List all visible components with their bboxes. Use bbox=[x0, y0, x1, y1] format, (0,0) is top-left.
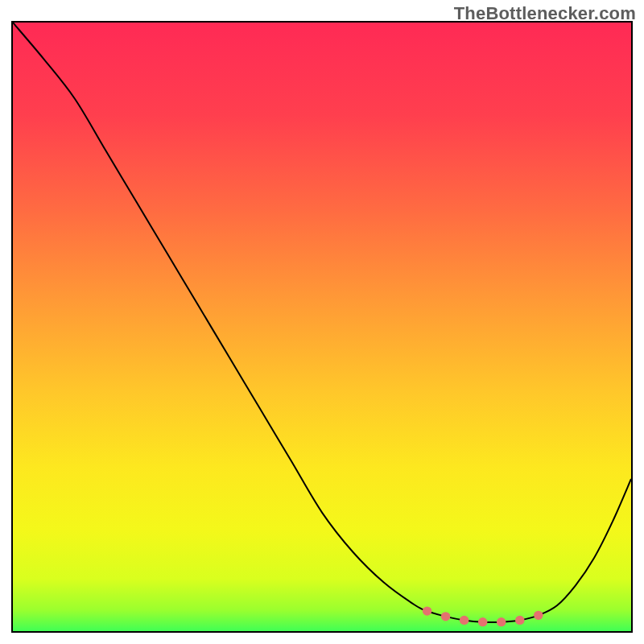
optimal-marker bbox=[478, 617, 488, 626]
optimal-marker bbox=[534, 611, 543, 620]
bottleneck-chart: TheBottlenecker.com bbox=[0, 0, 644, 644]
optimal-marker bbox=[497, 617, 506, 626]
optimal-marker bbox=[515, 616, 525, 625]
optimal-marker bbox=[441, 612, 451, 621]
plot-area bbox=[11, 21, 633, 633]
optimal-marker bbox=[460, 616, 469, 625]
curve-layer bbox=[13, 23, 631, 631]
optimal-marker bbox=[423, 606, 432, 615]
marker-group bbox=[423, 606, 543, 626]
bottleneck-curve bbox=[13, 23, 631, 622]
